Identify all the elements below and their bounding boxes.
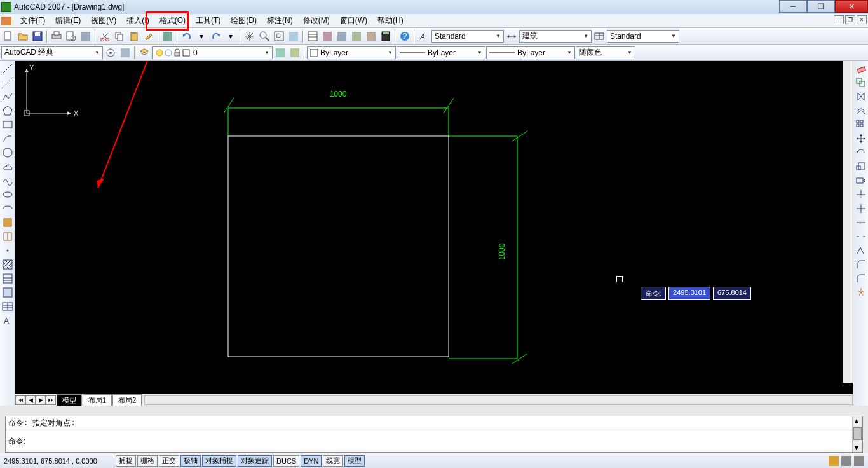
command-scrollbar[interactable]: ▲ ▼	[852, 416, 862, 452]
maximize-button[interactable]: ❐	[807, 0, 835, 13]
workspace-save-button[interactable]	[118, 46, 132, 60]
scroll-thumb[interactable]	[853, 427, 862, 440]
scale-button[interactable]	[855, 160, 867, 173]
lineweight-combo[interactable]: ByLayer ▼	[486, 46, 575, 59]
design-center-button[interactable]	[320, 29, 334, 43]
scroll-down-button[interactable]: ▼	[853, 443, 862, 452]
polar-toggle[interactable]: 极轴	[180, 455, 201, 467]
layer-combo[interactable]: 0 ▼	[152, 46, 273, 59]
trim-button[interactable]	[855, 188, 867, 201]
tab-next-button[interactable]: ▶	[36, 395, 46, 405]
ducs-toggle[interactable]: DUCS	[273, 455, 299, 467]
menu-format[interactable]: 格式(O)	[154, 14, 191, 27]
tool-palettes-button[interactable]	[335, 29, 349, 43]
ellipse-button[interactable]	[1, 188, 14, 201]
arc-button[interactable]	[1, 132, 14, 145]
model-toggle[interactable]: 模型	[344, 455, 365, 467]
break-at-point-button[interactable]	[855, 216, 867, 229]
tab-last-button[interactable]: ⏭	[46, 395, 56, 405]
workspace-settings-button[interactable]	[104, 46, 118, 60]
fillet-button[interactable]	[855, 272, 867, 285]
polyline-button[interactable]	[1, 90, 14, 103]
publish-button[interactable]	[79, 29, 93, 43]
dimstyle-icon[interactable]	[505, 29, 519, 43]
tab-layout2[interactable]: 布局2	[112, 394, 142, 406]
properties-button[interactable]	[306, 29, 320, 43]
dyn-coord-x[interactable]: 2495.3101	[668, 287, 710, 300]
new-button[interactable]	[1, 29, 15, 43]
zoom-window-button[interactable]	[272, 29, 286, 43]
explode-button[interactable]	[855, 286, 867, 299]
offset-button[interactable]	[855, 104, 867, 117]
menu-help[interactable]: 帮助(H)	[372, 14, 409, 27]
layer-manager-button[interactable]	[137, 46, 151, 60]
menu-insert[interactable]: 插入(I)	[121, 14, 154, 27]
command-window[interactable]: 命令: 指定对角点: 命令: ▲ ▼	[5, 416, 863, 453]
close-button[interactable]: ✕	[835, 0, 868, 13]
rectangle-button[interactable]	[1, 118, 14, 131]
copy-object-button[interactable]	[855, 76, 867, 89]
match-properties-button[interactable]	[142, 29, 156, 43]
otrack-toggle[interactable]: 对象追踪	[238, 455, 272, 467]
mdi-close-button[interactable]: ×	[857, 15, 867, 24]
clean-screen-icon[interactable]	[854, 456, 864, 466]
linetype-combo[interactable]: ByLayer ▼	[397, 46, 485, 59]
menu-dim[interactable]: 标注(N)	[262, 14, 298, 27]
lwt-toggle[interactable]: 线宽	[323, 455, 343, 467]
stretch-button[interactable]	[855, 174, 867, 187]
grid-toggle[interactable]: 栅格	[137, 455, 158, 467]
mtext-button[interactable]: A	[1, 314, 14, 327]
move-button[interactable]	[855, 132, 867, 145]
comm-center-icon[interactable]	[829, 456, 839, 466]
menu-modify[interactable]: 修改(M)	[298, 14, 335, 27]
minimize-button[interactable]: ─	[779, 0, 807, 13]
line-button[interactable]	[1, 62, 14, 75]
zoom-realtime-button[interactable]	[257, 29, 271, 43]
dyn-coord-y[interactable]: 675.8014	[713, 287, 751, 300]
tab-prev-button[interactable]: ◀	[25, 395, 36, 405]
quickcalc-button[interactable]	[379, 29, 393, 43]
menu-edit[interactable]: 编辑(E)	[50, 14, 86, 27]
scroll-up-button[interactable]: ▲	[853, 416, 862, 425]
break-button[interactable]	[855, 230, 867, 243]
horizontal-scrollbar[interactable]	[144, 395, 853, 405]
undo-button[interactable]	[180, 29, 194, 43]
plot-button[interactable]	[50, 29, 64, 43]
tablestyle-icon[interactable]	[592, 29, 606, 43]
mdi-restore-button[interactable]: ❐	[845, 15, 855, 24]
color-combo[interactable]: ByLayer ▼	[307, 46, 396, 59]
redo-button[interactable]	[209, 29, 223, 43]
hatch-button[interactable]	[1, 258, 14, 271]
menu-window[interactable]: 窗口(W)	[335, 14, 372, 27]
plot-preview-button[interactable]	[64, 29, 78, 43]
layer-previous-button[interactable]	[273, 46, 287, 60]
vertical-scrollbar[interactable]	[843, 61, 853, 383]
pan-button[interactable]	[243, 29, 257, 43]
ellipse-arc-button[interactable]	[1, 202, 14, 215]
textstyle-combo[interactable]: Standard ▼	[431, 30, 504, 43]
mdi-minimize-button[interactable]: ─	[834, 15, 844, 24]
point-button[interactable]	[1, 244, 14, 257]
layer-states-button[interactable]	[288, 46, 302, 60]
revcloud-button[interactable]	[1, 160, 14, 173]
region-button[interactable]	[1, 286, 14, 299]
tab-layout1[interactable]: 布局1	[83, 394, 112, 406]
extend-button[interactable]	[855, 202, 867, 215]
erase-button[interactable]	[855, 62, 867, 75]
cut-button[interactable]	[98, 29, 112, 43]
circle-button[interactable]	[1, 146, 14, 159]
rotate-button[interactable]	[855, 146, 867, 159]
drawing-canvas[interactable]: 1000 1000 X Y	[15, 61, 853, 394]
paste-button[interactable]	[127, 29, 141, 43]
polygon-button[interactable]	[1, 104, 14, 117]
lock-ui-icon[interactable]	[841, 456, 851, 466]
coords-readout[interactable]: 2495.3101, 675.8014 , 0.0000	[0, 453, 114, 468]
copy-button[interactable]	[112, 29, 126, 43]
block-editor-button[interactable]	[161, 29, 175, 43]
mirror-button[interactable]	[855, 90, 867, 103]
dimstyle-combo[interactable]: 建筑 ▼	[519, 30, 592, 43]
table-button[interactable]	[1, 300, 14, 313]
spline-button[interactable]	[1, 174, 14, 187]
make-block-button[interactable]	[1, 230, 14, 243]
workspace-combo[interactable]: AutoCAD 经典 ▼	[1, 46, 103, 59]
